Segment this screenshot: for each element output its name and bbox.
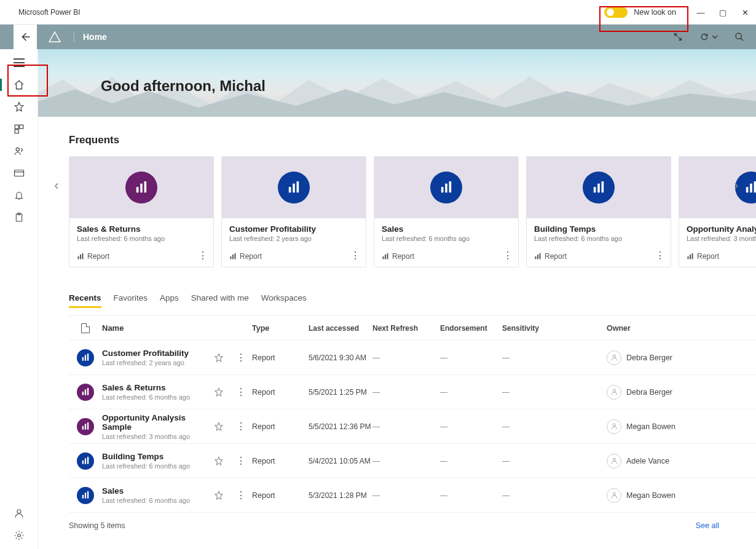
nav-favorites[interactable] xyxy=(0,96,38,118)
header-name[interactable]: Name xyxy=(102,323,208,333)
left-rail xyxy=(0,49,38,549)
menu-icon xyxy=(14,58,25,67)
svg-rect-42 xyxy=(87,353,89,361)
svg-point-0 xyxy=(736,33,741,39)
card-more-button[interactable]: ⋮ xyxy=(501,248,514,262)
svg-rect-56 xyxy=(82,495,84,499)
frequent-card[interactable]: Customer Profitability Last refreshed: 2… xyxy=(221,156,366,267)
favorite-button[interactable] xyxy=(208,456,230,466)
header-next-refresh[interactable]: Next Refresh xyxy=(372,324,440,333)
maximize-button[interactable]: ▢ xyxy=(712,0,734,25)
row-sensitivity: — xyxy=(502,388,607,397)
nav-apps[interactable] xyxy=(0,118,38,140)
frequent-card[interactable]: Sales & Returns Last refreshed: 6 months… xyxy=(69,156,214,267)
svg-rect-36 xyxy=(754,181,756,192)
card-more-button[interactable]: ⋮ xyxy=(653,248,667,262)
hamburger-button[interactable] xyxy=(0,52,38,74)
row-more-button[interactable]: ⋮ xyxy=(230,386,252,398)
search-icon xyxy=(734,32,744,42)
fullscreen-button[interactable] xyxy=(670,29,686,45)
table-row[interactable]: Sales & ReturnsLast refreshed: 6 months … xyxy=(69,375,756,409)
close-button[interactable]: ✕ xyxy=(734,0,756,25)
owner-avatar xyxy=(607,419,621,434)
card-type: Report xyxy=(687,252,756,261)
table-row[interactable]: SalesLast refreshed: 6 months ago ⋮ Repo… xyxy=(69,478,756,513)
card-subtitle: Last refreshed: 6 months ago xyxy=(382,235,511,242)
row-name: Sales & Returns xyxy=(102,383,208,392)
row-next-refresh: — xyxy=(372,491,440,500)
frequent-card[interactable]: Building Temps Last refreshed: 6 months … xyxy=(526,156,671,267)
svg-rect-29 xyxy=(597,184,600,193)
svg-rect-13 xyxy=(78,256,79,259)
nav-shared[interactable] xyxy=(0,140,38,162)
topbar: Home xyxy=(0,25,756,49)
row-name: Opportunity Analysis Sample xyxy=(102,413,208,432)
tab-recents[interactable]: Recents xyxy=(69,293,101,308)
table-row[interactable]: Building TempsLast refreshed: 6 months a… xyxy=(69,444,756,478)
row-more-button[interactable]: ⋮ xyxy=(230,489,252,501)
header-endorsement[interactable]: Endorsement xyxy=(440,324,502,333)
row-owner: Megan Bowen xyxy=(626,491,675,500)
svg-rect-2 xyxy=(19,125,23,128)
row-more-button[interactable]: ⋮ xyxy=(230,455,252,467)
svg-rect-45 xyxy=(85,389,86,395)
arrow-left-icon xyxy=(20,31,31,42)
tab-shared-with-me[interactable]: Shared with me xyxy=(191,293,249,308)
svg-rect-24 xyxy=(449,181,452,192)
card-title: Building Temps xyxy=(534,224,663,234)
svg-rect-30 xyxy=(602,181,604,192)
carousel-prev[interactable]: ‹ xyxy=(48,177,65,194)
card-more-button[interactable]: ⋮ xyxy=(348,248,362,262)
tab-favorites[interactable]: Favorites xyxy=(114,293,148,308)
favorite-button[interactable] xyxy=(208,353,230,363)
svg-rect-57 xyxy=(85,492,86,498)
svg-rect-17 xyxy=(293,184,295,193)
nav-notifications[interactable] xyxy=(0,184,38,207)
favorite-button[interactable] xyxy=(208,387,230,397)
report-icon xyxy=(77,349,94,366)
search-button[interactable] xyxy=(731,29,747,45)
nav-account[interactable] xyxy=(0,505,38,527)
nav-clipboard[interactable] xyxy=(0,207,38,229)
nav-settings[interactable] xyxy=(0,527,38,549)
see-all-link[interactable]: See all xyxy=(696,521,719,530)
favorite-button[interactable] xyxy=(208,422,230,432)
header-owner[interactable]: Owner xyxy=(607,324,756,333)
tab-apps[interactable]: Apps xyxy=(160,293,179,308)
svg-rect-44 xyxy=(82,392,84,395)
report-icon xyxy=(77,384,94,401)
favorite-button[interactable] xyxy=(208,491,230,500)
header-sensitivity[interactable]: Sensitivity xyxy=(502,324,607,333)
row-subtitle: Last refreshed: 6 months ago xyxy=(102,462,208,470)
refresh-dropdown[interactable] xyxy=(697,29,720,45)
card-more-button[interactable]: ⋮ xyxy=(196,248,210,262)
svg-point-55 xyxy=(613,458,615,460)
row-owner: Megan Bowen xyxy=(626,422,675,431)
svg-rect-26 xyxy=(385,255,386,259)
row-sensitivity: — xyxy=(502,457,607,465)
new-look-toggle[interactable] xyxy=(604,7,628,18)
table-row[interactable]: Customer ProfitabilityLast refreshed: 2 … xyxy=(69,341,756,375)
row-more-button[interactable]: ⋮ xyxy=(230,352,252,363)
svg-rect-1 xyxy=(15,125,18,128)
table-row[interactable]: Opportunity Analysis SampleLast refreshe… xyxy=(69,409,756,444)
tab-workspaces[interactable]: Workspaces xyxy=(261,293,307,308)
nav-home[interactable] xyxy=(0,74,38,96)
frequent-card[interactable]: Opportunity Analysis Last refreshed: 3 m… xyxy=(679,156,756,267)
doc-icon xyxy=(81,323,90,333)
new-look-label: New look on xyxy=(634,8,676,17)
back-button[interactable] xyxy=(14,25,37,49)
breadcrumb-home[interactable]: Home xyxy=(74,32,107,42)
row-name: Building Temps xyxy=(102,452,208,461)
brand-logo[interactable] xyxy=(43,30,66,44)
row-name: Customer Profitability xyxy=(102,349,208,358)
header-last-accessed[interactable]: Last accessed xyxy=(309,324,372,333)
row-more-button[interactable]: ⋮ xyxy=(230,421,252,432)
minimize-button[interactable]: — xyxy=(690,0,712,25)
header-type[interactable]: Type xyxy=(252,324,309,333)
greeting-text: Good afternoon, Michal xyxy=(101,77,266,95)
report-icon xyxy=(430,172,462,203)
nav-workspaces[interactable] xyxy=(0,162,38,184)
frequent-card[interactable]: Sales Last refreshed: 6 months ago Repor… xyxy=(374,156,519,267)
carousel-next[interactable]: › xyxy=(728,177,745,194)
